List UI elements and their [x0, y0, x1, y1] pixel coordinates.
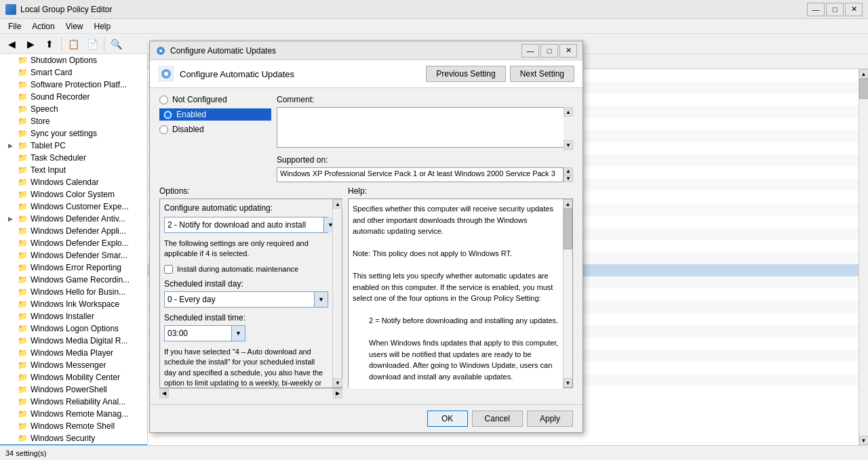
options-scroll-up-arrow[interactable]: ▲: [333, 199, 342, 209]
dialog-maximize-button[interactable]: □: [540, 44, 558, 58]
tree-item-textinput[interactable]: 📁 Text Input: [0, 164, 147, 176]
folder-icon: 📁: [18, 434, 28, 443]
copy-button[interactable]: 📋: [64, 36, 82, 52]
tree-item-winremoteshell[interactable]: 📁 Windows Remote Shell: [0, 420, 147, 432]
tree-item-label: Windows Security: [31, 434, 95, 443]
radio-not-configured-label[interactable]: Not Configured: [159, 95, 271, 104]
up-button[interactable]: ⬆: [41, 36, 58, 52]
scheduled-day-dropdown[interactable]: 0 - Every day 1 - Every Sunday 2 - Every…: [165, 292, 314, 307]
tree-item-winreliability[interactable]: 📁 Windows Reliability Anal...: [0, 396, 147, 408]
tree-item-label: Speech: [31, 104, 58, 114]
radio-enabled[interactable]: [163, 110, 172, 119]
scrollbar-down-arrow[interactable]: ▼: [859, 436, 869, 445]
close-button[interactable]: ✕: [845, 3, 863, 16]
tree-item-shutdown[interactable]: 📁 Shutdown Options: [0, 54, 147, 66]
radio-not-configured[interactable]: [159, 96, 168, 104]
supported-on-wrapper: Windows XP Professional Service Pack 1 o…: [277, 167, 573, 182]
install-checkbox-row: Install during automatic maintenance: [164, 265, 328, 274]
options-vertical-scrollbar[interactable]: ▲ ▼: [332, 199, 342, 388]
options-scroll-track: [333, 209, 342, 378]
tree-item-soundrecorder[interactable]: 📁 Sound Recorder: [0, 91, 147, 103]
radio-enabled-label[interactable]: Enabled: [159, 108, 271, 121]
tree-item-wincalendar[interactable]: 📁 Windows Calendar: [0, 176, 147, 188]
install-checkbox[interactable]: [164, 265, 173, 274]
tree-item-wingamerecord[interactable]: 📁 Windows Game Recordin...: [0, 274, 147, 286]
filter-button[interactable]: 🔍: [107, 36, 125, 52]
tree-item-label: Store: [31, 117, 50, 126]
tree-item-defenderexploit[interactable]: 📁 Windows Defender Explo...: [0, 237, 147, 249]
tree-item-defendersmart[interactable]: 📁 Windows Defender Smar...: [0, 249, 147, 262]
tree-item-taskscheduler[interactable]: 📁 Task Scheduler: [0, 152, 147, 164]
radio-disabled[interactable]: [159, 125, 168, 134]
tree-item-winpowershell[interactable]: 📁 Windows PowerShell: [0, 383, 147, 396]
comment-scroll-down[interactable]: ▼: [564, 140, 573, 150]
dialog-close-button[interactable]: ✕: [559, 44, 577, 58]
dialog-header-left: Configure Automatic Updates: [158, 66, 294, 82]
configure-updates-dialog: Configure Automatic Updates — □ ✕ Config…: [149, 41, 583, 433]
help-text-content: Specifies whether this computer will rec…: [349, 199, 563, 389]
options-scroll-down-arrow[interactable]: ▼: [333, 378, 342, 388]
tree-item-winmobility[interactable]: 📁 Windows Mobility Center: [0, 371, 147, 383]
hscroll-right-arrow[interactable]: ▶: [333, 389, 342, 398]
scheduled-time-arrow[interactable]: ▼: [231, 326, 245, 341]
tree-item-wininstaller[interactable]: 📁 Windows Installer: [0, 310, 147, 322]
scheduled-time-dropdown[interactable]: 00:00 01:00 02:00 03:00 04:00 05:00: [165, 326, 231, 341]
cancel-button[interactable]: Cancel: [472, 411, 523, 427]
hscroll-left-arrow[interactable]: ◀: [159, 389, 169, 398]
right-panel-scrollbar[interactable]: ▲ ▼: [859, 69, 868, 445]
tree-item-winlogon[interactable]: 📁 Windows Logon Options: [0, 322, 147, 335]
tree-item-wincolorsystem[interactable]: 📁 Windows Color System: [0, 188, 147, 201]
maximize-button[interactable]: □: [826, 3, 844, 16]
dropdown-arrow[interactable]: ▼: [323, 217, 332, 232]
tree-item-speech[interactable]: 📁 Speech: [0, 103, 147, 115]
configure-updating-dropdown[interactable]: 2 - Notify for download and auto install…: [165, 217, 323, 232]
menu-help[interactable]: Help: [89, 20, 117, 33]
tree-item-winmessenger[interactable]: 📁 Windows Messenger: [0, 359, 147, 371]
comment-textarea[interactable]: [277, 107, 573, 148]
tree-item-wincustexper[interactable]: 📁 Windows Customer Expe...: [0, 201, 147, 213]
tree-item-winremoteman[interactable]: 📁 Windows Remote Manag...: [0, 408, 147, 420]
forward-button[interactable]: ▶: [22, 36, 39, 52]
tree-item-label: Windows Defender Smar...: [31, 251, 127, 260]
app-title: Local Group Policy Editor: [20, 5, 112, 14]
back-button[interactable]: ◀: [3, 36, 20, 52]
help-scroll-thumb[interactable]: [564, 209, 572, 249]
dialog-minimize-button[interactable]: —: [521, 44, 539, 58]
tree-item-sync[interactable]: 📁 Sync your settings: [0, 127, 147, 140]
scrollbar-up-arrow[interactable]: ▲: [859, 69, 869, 79]
scrollbar-thumb[interactable]: [859, 79, 869, 99]
scheduled-day-arrow[interactable]: ▼: [314, 292, 328, 307]
help-scroll-up[interactable]: ▲: [564, 199, 572, 209]
tree-item-smartcard[interactable]: 📁 Smart Card: [0, 66, 147, 79]
scheduled-install-day-label: Scheduled install day:: [164, 279, 328, 289]
minimize-button[interactable]: —: [807, 3, 825, 16]
paste-button[interactable]: 📄: [83, 36, 101, 52]
folder-icon: 📁: [18, 421, 28, 431]
menu-action[interactable]: Action: [26, 20, 60, 33]
radio-disabled-label[interactable]: Disabled: [159, 125, 271, 134]
tree-item-winmediaplayer[interactable]: 📁 Windows Media Player: [0, 347, 147, 359]
tree-item-winink[interactable]: 📁 Windows Ink Workspace: [0, 298, 147, 310]
supported-scroll-down[interactable]: ▼: [564, 175, 573, 182]
tree-item-defenderantivirus[interactable]: ▶ 📁 Windows Defender Antiv...: [0, 213, 147, 225]
help-scroll-down[interactable]: ▼: [564, 378, 572, 388]
tree-item-winmedia[interactable]: 📁 Windows Media Digital R...: [0, 335, 147, 347]
tree-item-label: Windows Reliability Anal...: [31, 397, 125, 406]
previous-setting-button[interactable]: Previous Setting: [426, 66, 505, 82]
supported-scroll-up[interactable]: ▲: [564, 167, 573, 175]
comment-scroll-up[interactable]: ▲: [564, 107, 573, 117]
tree-item-softprotect[interactable]: 📁 Software Protection Platf...: [0, 79, 147, 91]
apply-button[interactable]: Apply: [527, 411, 573, 427]
tree-item-store[interactable]: 📁 Store: [0, 115, 147, 127]
tree-item-winerrorrep[interactable]: 📁 Windows Error Reporting: [0, 262, 147, 274]
menu-file[interactable]: File: [3, 20, 26, 33]
ok-button[interactable]: OK: [427, 411, 468, 427]
tree-item-tabletpc[interactable]: ▶ 📁 Tablet PC: [0, 140, 147, 152]
menu-view[interactable]: View: [60, 20, 89, 33]
help-vertical-scrollbar[interactable]: ▲ ▼: [563, 199, 572, 388]
tree-item-winhello[interactable]: 📁 Windows Hello for Busin...: [0, 286, 147, 298]
tree-item-defenderapp[interactable]: 📁 Windows Defender Appli...: [0, 225, 147, 237]
dialog-two-columns: Configure automatic updating: 2 - Notify…: [150, 198, 583, 404]
next-setting-button[interactable]: Next Setting: [510, 66, 574, 82]
tree-item-winsecurity[interactable]: 📁 Windows Security: [0, 432, 147, 444]
